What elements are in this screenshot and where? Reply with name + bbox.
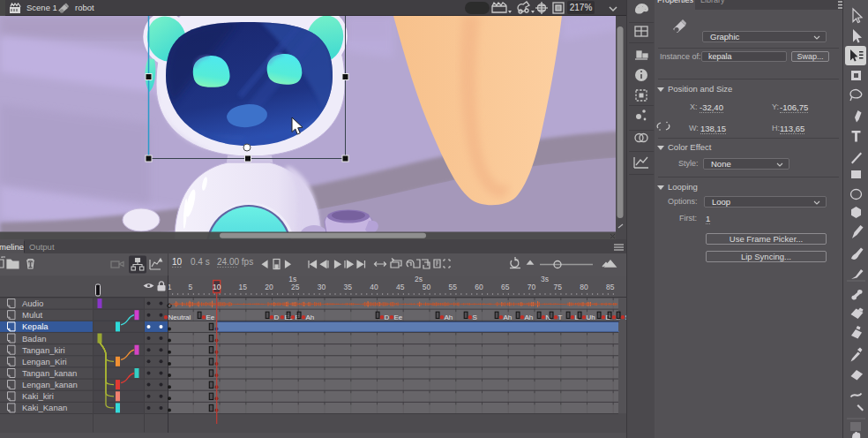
svg-text:35: 35 <box>344 283 353 291</box>
svg-text:Neutral: Neutral <box>168 313 191 321</box>
svg-text:Kaki_kiri: Kaki_kiri <box>22 391 54 401</box>
svg-text:meline: meline <box>0 242 24 252</box>
svg-text:5: 5 <box>188 283 192 291</box>
svg-text:Ee: Ee <box>394 313 403 321</box>
svg-text:Output: Output <box>29 242 55 252</box>
svg-text:0.4 s: 0.4 s <box>191 257 210 267</box>
svg-text:20: 20 <box>265 283 273 291</box>
svg-text:10: 10 <box>213 283 221 291</box>
svg-text:25: 25 <box>291 283 300 291</box>
svg-text:Ah: Ah <box>445 313 453 321</box>
svg-text:Audio: Audio <box>22 298 43 308</box>
svg-text:Ah: Ah <box>525 313 534 321</box>
svg-text:Badan: Badan <box>22 334 46 344</box>
svg-text:55: 55 <box>449 283 458 291</box>
svg-text:Kaki_Kanan: Kaki_Kanan <box>22 403 67 412</box>
svg-text:65: 65 <box>501 283 510 291</box>
svg-text:Tangan_kiri: Tangan_kiri <box>22 345 65 355</box>
svg-text:30: 30 <box>318 283 326 291</box>
svg-text:S: S <box>473 313 477 321</box>
svg-text:Mulut: Mulut <box>22 310 43 320</box>
svg-text:24.00 fps: 24.00 fps <box>217 257 253 267</box>
svg-text:Lengan_Kiri: Lengan_Kiri <box>22 357 67 366</box>
svg-text:85: 85 <box>606 283 615 291</box>
svg-text:Kepala: Kepala <box>22 321 49 331</box>
svg-text:1s: 1s <box>288 275 296 283</box>
svg-text:2s: 2s <box>415 275 423 283</box>
svg-text:Uh: Uh <box>587 313 595 321</box>
svg-text:D: D <box>385 313 390 321</box>
svg-text:50: 50 <box>423 283 431 291</box>
svg-text:D: D <box>274 313 280 321</box>
svg-text:75: 75 <box>554 283 563 291</box>
svg-text:15: 15 <box>239 283 248 291</box>
svg-text:45: 45 <box>396 283 405 291</box>
svg-text:Tangan_kanan: Tangan_kanan <box>22 368 77 378</box>
svg-text:T: T <box>558 313 563 321</box>
svg-text:Ee: Ee <box>206 313 215 321</box>
svg-text:70: 70 <box>528 283 536 291</box>
svg-text:3s: 3s <box>541 275 549 283</box>
svg-text:Lengan_kanan: Lengan_kanan <box>22 380 78 389</box>
svg-text:Ah: Ah <box>504 313 513 321</box>
svg-text:Ah: Ah <box>306 313 315 321</box>
svg-text:40: 40 <box>370 283 378 291</box>
svg-text:60: 60 <box>475 283 483 291</box>
svg-text:80: 80 <box>580 283 588 291</box>
svg-text:10: 10 <box>172 257 183 267</box>
